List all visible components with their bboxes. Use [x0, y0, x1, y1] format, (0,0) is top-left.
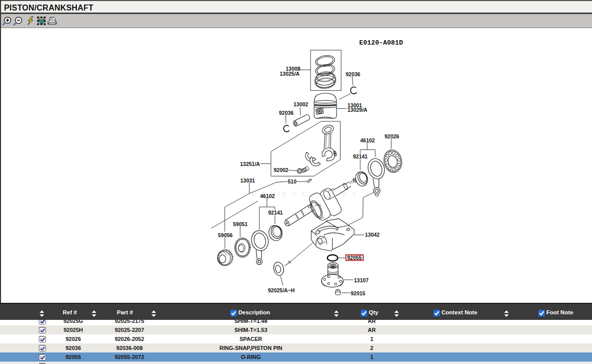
svg-text:59056: 59056 — [218, 232, 233, 238]
svg-text:13029/A: 13029/A — [348, 107, 368, 113]
svg-text:13107: 13107 — [354, 277, 369, 283]
svg-text:510: 510 — [288, 178, 297, 185]
svg-text:92002: 92002 — [274, 167, 288, 173]
svg-text:92141: 92141 — [268, 210, 283, 216]
svg-text:46102: 46102 — [260, 193, 275, 199]
svg-text:92036: 92036 — [279, 110, 293, 116]
svg-text:13251/A: 13251/A — [240, 161, 260, 167]
svg-text:92015: 92015 — [351, 290, 365, 296]
svg-text:92036: 92036 — [346, 71, 360, 77]
svg-text:92055: 92055 — [347, 255, 362, 261]
svg-text:13025/A: 13025/A — [280, 71, 300, 77]
svg-text:E0120-A081D: E0120-A081D — [359, 39, 403, 47]
svg-text:13031: 13031 — [240, 177, 255, 184]
svg-text:46102: 46102 — [360, 137, 375, 143]
svg-text:92026: 92026 — [385, 133, 399, 139]
svg-text:92025/A~H: 92025/A~H — [268, 287, 294, 293]
svg-text:13002: 13002 — [293, 101, 308, 107]
svg-text:59051: 59051 — [233, 221, 248, 227]
svg-text:13042: 13042 — [365, 232, 380, 238]
svg-text:92141: 92141 — [353, 153, 368, 159]
